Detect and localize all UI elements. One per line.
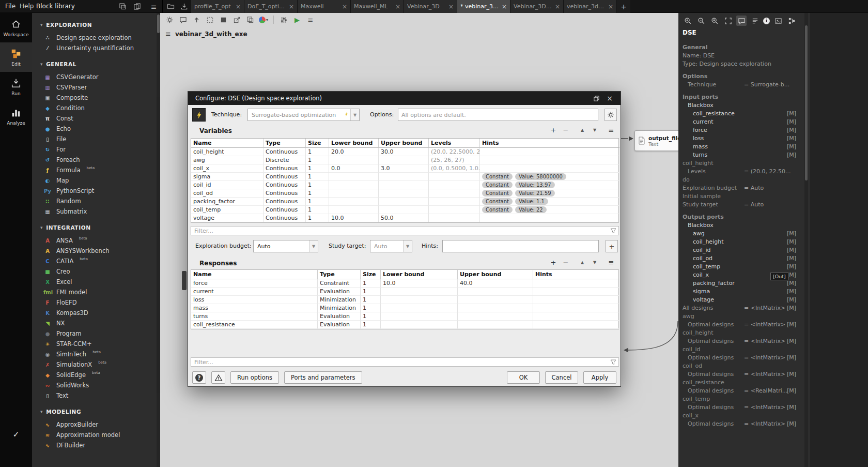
- tab-close-icon[interactable]: ×: [502, 3, 507, 10]
- variables-row-coil-temp[interactable]: coil_tempContinuous1ConstantValue: 22: [191, 206, 618, 214]
- menu-icon[interactable]: ≡: [149, 2, 159, 11]
- sidebar-item-solidedge[interactable]: ◆SolidEdgebeta: [32, 370, 160, 380]
- sidebar-item-design-space-exploration[interactable]: ∴Design space exploration: [32, 33, 160, 43]
- tab-close-icon[interactable]: ×: [608, 3, 613, 10]
- filter-funnel-icon[interactable]: [610, 358, 617, 366]
- block-icon[interactable]: [218, 14, 228, 25]
- close-icon[interactable]: ×: [605, 94, 614, 103]
- tab-close-icon[interactable]: ×: [395, 3, 400, 10]
- info-icon[interactable]: i: [763, 18, 770, 24]
- zoom-out-icon[interactable]: [696, 16, 706, 26]
- sidebar-section-integration[interactable]: ▾INTEGRATION: [32, 222, 160, 233]
- sidebar-scroll-thumb[interactable]: [157, 14, 160, 33]
- tab-vebinar-3d[interactable]: Vebinar_3D×: [404, 0, 457, 13]
- variables-row-coil-od[interactable]: coil_odContinuous1ConstantValue: 21.59: [191, 189, 618, 198]
- sidebar-item-map[interactable]: ◐Map: [32, 175, 160, 186]
- menu-file[interactable]: File: [4, 0, 17, 13]
- sidebar-item-creo[interactable]: ■Creo: [32, 266, 160, 277]
- sidebar-section-exploration[interactable]: ▾EXPLORATION: [32, 19, 160, 31]
- sidebar-scrollbar[interactable]: [157, 13, 160, 467]
- study-target-select[interactable]: Auto ▼: [370, 240, 412, 252]
- responses-row-force[interactable]: forceConstraint110.040.0: [191, 279, 618, 288]
- sidebar-item-simintech[interactable]: ◉SimInTechbeta: [32, 349, 160, 359]
- help-button[interactable]: ?: [192, 371, 206, 384]
- copy-icon[interactable]: [118, 2, 128, 11]
- tab-vebinar-3d[interactable]: Vebinar_3D_...×: [510, 0, 564, 13]
- sidebar-item-for[interactable]: ↻For: [32, 144, 160, 155]
- sidebar-item-csvgenerator[interactable]: ▦CSVGenerator: [32, 72, 160, 82]
- variables-row-voltage[interactable]: voltageContinuous110.050.0: [191, 214, 618, 222]
- copy-blocks-icon[interactable]: [245, 14, 255, 25]
- block-output-file[interactable]: output_file Text: [634, 130, 678, 151]
- sidebar-item-fmi-model[interactable]: fmiFMI model: [32, 287, 160, 297]
- options-input[interactable]: [398, 109, 598, 121]
- sidebar-section-general[interactable]: ▾GENERAL: [32, 58, 160, 70]
- new-tab-button[interactable]: +: [617, 0, 630, 13]
- sidebar-item-excel[interactable]: XExcel: [32, 277, 160, 287]
- tab-doe-t-optim[interactable]: DoE_T_optim...×: [244, 0, 298, 13]
- responses-row-turns[interactable]: turnsEvaluation1: [191, 312, 618, 321]
- tune-icon[interactable]: [278, 14, 289, 25]
- import-icon[interactable]: [179, 2, 189, 11]
- prop-sec-options[interactable]: Options: [678, 72, 804, 80]
- breadcrumb[interactable]: ≡ vebinar_3d_with_exe: [165, 30, 247, 38]
- sidebar-item-uncertainty-quantification[interactable]: ⁄Uncertainty quantification: [32, 43, 160, 53]
- sidebar-item-composite[interactable]: ▣Composite: [32, 93, 160, 103]
- zoom-in-icon[interactable]: [683, 16, 693, 26]
- rail-item-analyze[interactable]: Analyze: [0, 101, 32, 131]
- block-color-icon[interactable]: ▾: [258, 14, 269, 25]
- responses-filter-input[interactable]: [191, 357, 619, 367]
- export-block-icon[interactable]: [231, 14, 242, 25]
- sidebar-item-star-ccm[interactable]: ✳STAR-CCM+: [32, 339, 160, 349]
- rail-item-edit[interactable]: Edit: [0, 42, 32, 72]
- tab-close-icon[interactable]: ×: [289, 3, 294, 10]
- add-hint-button[interactable]: +: [606, 240, 618, 252]
- remove-variable-button[interactable]: −: [562, 126, 570, 134]
- variables-row-coil-x[interactable]: coil_xContinuous10.03.0(0.0, 0.5000, 1.0…: [191, 164, 618, 173]
- sidebar-item-nx[interactable]: ◥NX: [32, 318, 160, 328]
- run-play-icon[interactable]: ▶: [292, 14, 302, 25]
- tab-vebinar-3d[interactable]: * vebinar_3d...×: [457, 0, 510, 13]
- tab-close-icon[interactable]: ×: [555, 3, 560, 10]
- move-up-button[interactable]: ▲: [578, 258, 586, 266]
- workflow-menu-icon[interactable]: ≡: [165, 30, 171, 38]
- sidebar-item-condition[interactable]: ◆Condition: [32, 103, 160, 113]
- comment-icon[interactable]: [736, 16, 747, 26]
- hints-input[interactable]: [442, 240, 599, 252]
- technique-bolt-button[interactable]: [192, 108, 206, 122]
- snapshot-icon[interactable]: [773, 16, 783, 26]
- restore-window-icon[interactable]: [592, 94, 601, 103]
- sidebar-item-ansa[interactable]: AANSAbeta: [32, 235, 160, 246]
- warnings-button[interactable]: [211, 371, 225, 384]
- variables-row-coil-height[interactable]: coil_heightContinuous120.030.0(20.0, 22.…: [191, 148, 618, 156]
- sidebar-item-formula[interactable]: ƒFormulabeta: [32, 165, 160, 175]
- open-folder-icon[interactable]: [166, 2, 176, 11]
- move-up-button[interactable]: ▲: [578, 126, 586, 134]
- responses-row-loss[interactable]: lossMinimization1: [191, 296, 618, 304]
- variables-row-packing-factor[interactable]: packing_factorContinuous1ConstantValue: …: [191, 198, 618, 206]
- tab-vebinar-3d-v[interactable]: vebinar_3d_v...×: [564, 0, 617, 13]
- sidebar-item-submatrix[interactable]: ▦Submatrix: [32, 206, 160, 217]
- sidebar-item-program[interactable]: ●Program: [32, 328, 160, 339]
- sidebar-item-simulationx[interactable]: ✗SimulationXbeta: [32, 359, 160, 370]
- sidebar-item-file[interactable]: ▯File: [32, 134, 160, 144]
- apply-button[interactable]: Apply: [583, 371, 616, 384]
- sidebar-section-modeling[interactable]: ▾MODELING: [32, 406, 160, 417]
- canvas-menu-icon[interactable]: ≡: [305, 14, 316, 25]
- fit-to-screen-icon[interactable]: [723, 16, 733, 26]
- sidebar-item-catia[interactable]: CCATIAbeta: [32, 256, 160, 266]
- ok-button[interactable]: OK: [507, 371, 540, 384]
- responses-row-coil-resistance[interactable]: coil_resistanceEvaluation1: [191, 321, 618, 329]
- upload-icon[interactable]: [191, 14, 202, 25]
- frame-icon[interactable]: [205, 14, 215, 25]
- cancel-button[interactable]: Cancel: [545, 371, 578, 384]
- sidebar-item-random[interactable]: ∷Random: [32, 196, 160, 206]
- tab-close-icon[interactable]: ×: [342, 3, 347, 10]
- prop-sec-output-ports[interactable]: Output ports: [678, 213, 804, 221]
- responses-menu-button[interactable]: ≡: [607, 258, 615, 266]
- exploration-budget-select[interactable]: Auto ▼: [253, 240, 318, 252]
- sidebar-item-pythonscript[interactable]: PyPythonScript: [32, 186, 160, 196]
- sidebar-item-approximation-model[interactable]: ≈Approximation model: [32, 430, 160, 440]
- run-options-button[interactable]: Run options: [230, 371, 279, 384]
- variables-filter-input[interactable]: [191, 226, 619, 235]
